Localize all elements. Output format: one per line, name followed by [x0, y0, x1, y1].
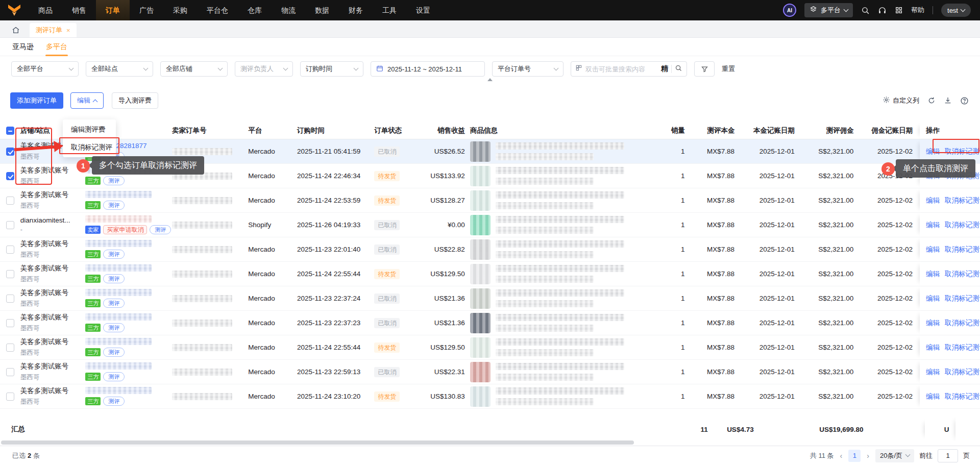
prev-page-button[interactable]: ‹ — [839, 452, 844, 460]
next-page-button[interactable]: › — [866, 452, 870, 460]
home-icon[interactable] — [7, 23, 24, 37]
platform-switcher[interactable]: 多平台 — [804, 3, 853, 17]
apps-grid-icon[interactable] — [895, 6, 903, 14]
nav-item-6[interactable]: 仓库 — [238, 0, 272, 20]
edit-link[interactable]: 编辑 — [926, 245, 940, 254]
customize-columns-button[interactable]: 自定义列 — [883, 96, 919, 105]
tab-review-orders[interactable]: 测评订单 × — [30, 23, 77, 37]
edit-dropdown-button[interactable]: 编辑 — [70, 92, 104, 109]
page-size-select[interactable]: 20条/页 — [875, 449, 914, 462]
row-checkbox[interactable] — [6, 344, 14, 352]
row-checkbox[interactable] — [6, 148, 14, 156]
filter-select-2[interactable]: 全部店铺 — [160, 61, 228, 77]
cancel-review-mark-link[interactable]: 取消标记测评 — [945, 343, 980, 352]
nav-item-2[interactable]: 订单 — [96, 0, 130, 20]
filter-select-3[interactable]: 测评负责人 — [235, 61, 293, 77]
header-commission-date[interactable]: 佣金记账日期 — [859, 123, 920, 139]
download-icon[interactable] — [944, 96, 952, 105]
nav-item-9[interactable]: 财务 — [339, 0, 373, 20]
header-commission[interactable]: 测评佣金 — [802, 123, 859, 139]
order-number-link[interactable]: 28281877 — [116, 142, 146, 150]
row-checkbox[interactable] — [6, 295, 14, 303]
edit-link[interactable]: 编辑 — [926, 147, 940, 156]
collapse-filters-handle[interactable] — [481, 77, 499, 83]
order-number-type-select[interactable]: 平台订单号 — [492, 61, 564, 77]
edit-link[interactable]: 编辑 — [926, 368, 940, 377]
cancel-review-mark-link[interactable]: 取消标记测评 — [945, 196, 980, 205]
cancel-review-mark-link[interactable]: 取消标记测评 — [945, 368, 980, 377]
header-seller-order[interactable]: 卖家订单号 — [172, 123, 249, 139]
search-submit-icon[interactable] — [675, 64, 682, 74]
cancel-review-mark-link[interactable]: 取消标记测评 — [945, 147, 980, 156]
row-checkbox[interactable] — [6, 246, 14, 254]
reset-button[interactable]: 重置 — [722, 61, 735, 77]
advanced-filter-button[interactable] — [694, 61, 715, 77]
date-range-picker[interactable]: 2025-11-12 ~ 2025-12-11 — [371, 61, 485, 77]
row-checkbox[interactable] — [6, 172, 14, 180]
filter-select-1[interactable]: 全部站点 — [86, 61, 153, 77]
search-input[interactable] — [585, 65, 658, 73]
order-number-line — [85, 240, 152, 247]
header-revenue[interactable]: 销售收益 — [423, 123, 470, 139]
row-checkbox[interactable] — [6, 319, 14, 327]
row-checkbox[interactable] — [6, 270, 14, 278]
nav-item-7[interactable]: 物流 — [272, 0, 305, 20]
cancel-review-mark-link[interactable]: 取消标记测评 — [945, 270, 980, 279]
nav-item-10[interactable]: 工具 — [373, 0, 406, 20]
cancel-review-mark-link[interactable]: 取消标记测评 — [945, 221, 980, 230]
revenue-cell: US$21.36 — [423, 311, 470, 335]
edit-link[interactable]: 编辑 — [926, 392, 940, 401]
nav-item-5[interactable]: 平台仓 — [197, 0, 238, 20]
nav-item-11[interactable]: 设置 — [406, 0, 440, 20]
header-status[interactable]: 订单状态 — [375, 123, 424, 139]
filter-select-0[interactable]: 全部平台 — [11, 61, 79, 77]
ai-assistant-button[interactable]: AI — [783, 4, 796, 17]
filter-select-4[interactable]: 订购时间 — [300, 61, 363, 77]
cancel-review-mark-link[interactable]: 取消标记测评 — [945, 245, 980, 254]
goto-page-input[interactable]: 1 — [938, 449, 958, 462]
nav-item-4[interactable]: 采购 — [163, 0, 197, 20]
refresh-icon[interactable] — [927, 96, 936, 105]
header-platform[interactable]: 平台 — [248, 123, 297, 139]
user-menu[interactable]: test — [941, 4, 971, 17]
support-headset-icon[interactable] — [878, 6, 887, 15]
menu-item-edit-review-fee[interactable]: 编辑测评费 — [63, 120, 116, 138]
header-order-time[interactable]: 订购时间 — [297, 123, 375, 139]
header-principal[interactable]: 测评本金 — [690, 123, 741, 139]
scrollbar-thumb[interactable] — [1, 440, 634, 445]
select-all-checkbox[interactable] — [6, 127, 14, 135]
edit-link[interactable]: 编辑 — [926, 270, 940, 279]
import-review-fee-button[interactable]: 导入测评费 — [112, 92, 158, 109]
edit-link[interactable]: 编辑 — [926, 343, 940, 352]
header-principal-date[interactable]: 本金记账日期 — [741, 123, 802, 139]
nav-item-3[interactable]: 广告 — [130, 0, 163, 20]
nav-item-1[interactable]: 销售 — [62, 0, 96, 20]
nav-item-8[interactable]: 数据 — [305, 0, 339, 20]
search-icon[interactable] — [861, 6, 870, 15]
cancel-review-mark-link[interactable]: 取消标记测评 — [945, 392, 980, 401]
edit-link[interactable]: 编辑 — [926, 294, 940, 303]
help-link[interactable]: 帮助 — [911, 6, 924, 15]
edit-link[interactable]: 编辑 — [926, 196, 940, 205]
subtab-0[interactable]: 亚马逊 — [12, 38, 34, 56]
menu-item-cancel-review-mark[interactable]: 取消标记测评 — [63, 138, 116, 156]
cancel-review-mark-link[interactable]: 取消标记测评 — [945, 319, 980, 328]
close-icon[interactable]: × — [66, 27, 70, 34]
cancel-review-mark-link[interactable]: 取消标记测评 — [945, 294, 980, 303]
row-checkbox[interactable] — [6, 393, 14, 401]
nav-item-0[interactable]: 商品 — [29, 0, 62, 20]
page-number-1[interactable]: 1 — [848, 450, 861, 462]
header-product[interactable]: 商品信息 — [470, 123, 662, 139]
brand-logo-icon[interactable] — [0, 4, 29, 16]
row-checkbox[interactable] — [6, 221, 14, 229]
help-circle-icon[interactable] — [960, 96, 969, 105]
header-qty[interactable]: 销量 — [662, 123, 690, 139]
row-checkbox[interactable] — [6, 368, 14, 376]
exact-match-toggle[interactable]: 精 — [661, 64, 668, 74]
row-checkbox[interactable] — [6, 197, 14, 205]
edit-link[interactable]: 编辑 — [926, 319, 940, 328]
edit-link[interactable]: 编辑 — [926, 221, 940, 230]
add-review-order-button[interactable]: 添加测评订单 — [10, 92, 63, 109]
batch-grid-icon[interactable] — [575, 64, 582, 74]
subtab-1[interactable]: 多平台 — [46, 38, 67, 56]
